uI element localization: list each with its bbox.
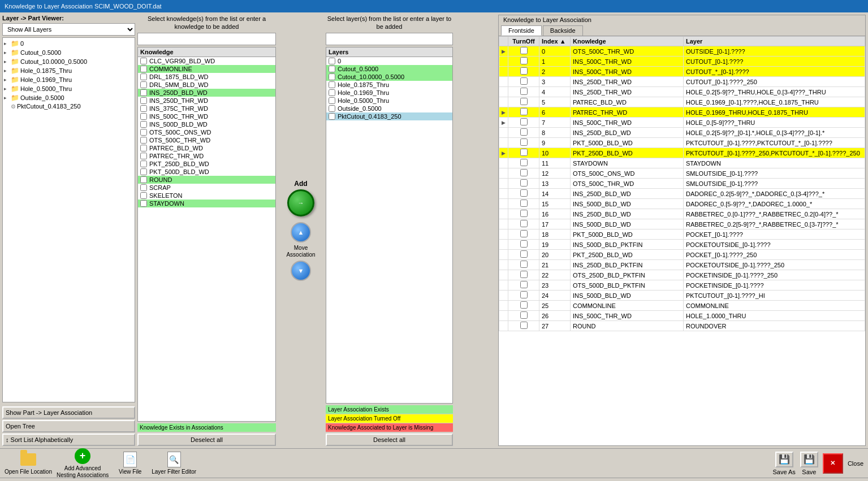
turnoff-checkbox[interactable]: [520, 128, 528, 136]
row-turnoff[interactable]: [508, 138, 539, 148]
list-item[interactable]: INS_500C_THR_WD: [138, 112, 275, 120]
item-checkbox[interactable]: [140, 81, 147, 88]
turnoff-checkbox[interactable]: [520, 57, 528, 64]
turnoff-checkbox[interactable]: [520, 291, 528, 298]
list-item[interactable]: INS_250D_THR_WD: [138, 97, 275, 105]
turnoff-checkbox[interactable]: [520, 261, 528, 268]
save-as-button[interactable]: 💾 Save As: [773, 452, 796, 475]
item-checkbox[interactable]: [140, 58, 147, 64]
row-turnoff[interactable]: [508, 107, 539, 118]
knowledge-deselect-button[interactable]: Deselect all: [137, 434, 276, 446]
move-down-button[interactable]: ▼: [291, 261, 311, 281]
turnoff-checkbox[interactable]: [520, 230, 528, 237]
open-tree-button[interactable]: Open Tree: [2, 420, 135, 432]
table-row[interactable]: ▶ 7 INS_500C_THR_WD HOLE_0.[5-9]???_THRU: [499, 118, 865, 128]
row-turnoff[interactable]: [508, 270, 539, 280]
tab-frontside[interactable]: Frontside: [501, 25, 542, 36]
turnoff-checkbox[interactable]: [520, 271, 528, 278]
list-item[interactable]: 0: [326, 57, 452, 65]
row-turnoff[interactable]: [508, 250, 539, 260]
item-checkbox[interactable]: [329, 105, 335, 112]
table-row[interactable]: 5 PATREC_BLD_WD HOLE_0.1969_[0-1].????,H…: [499, 97, 865, 107]
table-row[interactable]: ▶ 0 OTS_500C_THR_WD OUTSIDE_[0-1].????: [499, 46, 865, 57]
row-turnoff[interactable]: [508, 97, 539, 107]
item-checkbox[interactable]: [329, 58, 335, 64]
tree-item-outside05[interactable]: ▸ 📁 Outside_0.5000: [4, 93, 133, 102]
row-turnoff[interactable]: [508, 209, 539, 219]
row-turnoff[interactable]: [508, 219, 539, 229]
turnoff-checkbox[interactable]: [520, 159, 528, 166]
turnoff-checkbox[interactable]: [520, 281, 528, 288]
show-part-assoc-button[interactable]: Show Part -> Layer Association: [2, 406, 135, 419]
tab-backside[interactable]: Backside: [543, 25, 583, 36]
tree-item-hole01969[interactable]: ▸ 📁 Hole_0.1969_Thru: [4, 75, 133, 84]
table-row[interactable]: 15 INS_500D_BLD_WD DADOREC_0.[5-9]??_*,D…: [499, 199, 865, 209]
col-index[interactable]: Index ▲: [539, 37, 571, 46]
item-checkbox[interactable]: [140, 153, 147, 159]
table-row[interactable]: 12 OTS_500C_ONS_WD SMLOUTSIDE_[0-1].????: [499, 168, 865, 179]
row-turnoff[interactable]: [508, 67, 539, 77]
table-row[interactable]: 22 OTS_250D_BLD_PKTFIN POCKETINSIDE_[0-1…: [499, 270, 865, 280]
list-item[interactable]: Outside_0.5000: [326, 105, 452, 112]
item-checkbox[interactable]: [140, 145, 147, 151]
list-item[interactable]: Cutout_0.5000: [326, 65, 452, 73]
item-checkbox[interactable]: [329, 97, 335, 104]
item-checkbox[interactable]: [329, 73, 335, 80]
row-turnoff[interactable]: [508, 311, 539, 321]
item-checkbox[interactable]: [140, 129, 147, 136]
list-item[interactable]: Hole_0.1969_Thru: [326, 89, 452, 97]
item-checkbox[interactable]: [140, 176, 147, 183]
turnoff-checkbox[interactable]: [520, 240, 528, 248]
row-turnoff[interactable]: [508, 199, 539, 209]
turnoff-checkbox[interactable]: [520, 301, 528, 309]
turnoff-checkbox[interactable]: [520, 98, 528, 105]
item-checkbox[interactable]: [140, 89, 147, 96]
turnoff-checkbox[interactable]: [520, 77, 528, 85]
table-row[interactable]: 13 OTS_500C_THR_WD SMLOUTSIDE_[0-1].????: [499, 179, 865, 189]
tree-item-hole01875[interactable]: ▸ 📁 Hole_0.1875_Thru: [4, 66, 133, 75]
table-row[interactable]: 16 INS_250D_BLD_WD RABBETREC_0.[0-1]???_…: [499, 209, 865, 219]
turnoff-checkbox[interactable]: [520, 210, 528, 217]
table-row[interactable]: 8 INS_250D_BLD_WD HOLE_0.2[5-9]??_[0-1].…: [499, 128, 865, 138]
item-checkbox[interactable]: [140, 200, 147, 207]
open-location-button[interactable]: Open File Location: [5, 452, 52, 475]
item-checkbox[interactable]: [329, 113, 335, 120]
row-turnoff[interactable]: [508, 168, 539, 179]
item-checkbox[interactable]: [140, 97, 147, 104]
table-row[interactable]: 27 ROUND ROUNDOVER: [499, 321, 865, 331]
item-checkbox[interactable]: [140, 192, 147, 199]
row-turnoff[interactable]: [508, 291, 539, 301]
table-row[interactable]: 1 INS_500C_THR_WD CUTOUT_[0-1].????: [499, 57, 865, 67]
turnoff-checkbox[interactable]: [520, 179, 528, 187]
turnoff-checkbox[interactable]: [520, 189, 528, 197]
table-row[interactable]: ▶ 6 PATREC_THR_WD HOLE_0.1969_THRU,HOLE_…: [499, 107, 865, 118]
row-turnoff[interactable]: [508, 321, 539, 331]
tree-item-cutout05[interactable]: ▸ 📁 Cutout_0.5000: [4, 48, 133, 57]
item-checkbox[interactable]: [140, 137, 147, 144]
tree-item-hole05[interactable]: ▸ 📁 Hole_0.5000_Thru: [4, 84, 133, 93]
item-checkbox[interactable]: [140, 161, 147, 167]
list-item[interactable]: ROUND: [138, 176, 275, 184]
list-item[interactable]: Hole_0.5000_Thru: [326, 97, 452, 105]
tree-item-pktcutout[interactable]: ⚙ PktCutout_0.4183_250: [4, 102, 133, 110]
item-checkbox[interactable]: [140, 113, 147, 120]
table-row[interactable]: 23 OTS_500D_BLD_PKTFIN POCKETINSIDE_[0-1…: [499, 280, 865, 291]
row-turnoff[interactable]: [508, 77, 539, 87]
turnoff-checkbox[interactable]: [520, 200, 528, 207]
turnoff-checkbox[interactable]: [520, 220, 528, 227]
list-item[interactable]: STAYDOWN: [138, 200, 275, 207]
item-checkbox[interactable]: [140, 184, 147, 191]
item-checkbox[interactable]: [140, 168, 147, 175]
row-turnoff[interactable]: [508, 57, 539, 67]
list-item[interactable]: PKT_250D_BLD_WD: [138, 160, 275, 168]
item-checkbox[interactable]: [329, 81, 335, 88]
row-turnoff[interactable]: [508, 46, 539, 57]
turnoff-checkbox[interactable]: [520, 67, 528, 75]
tree-item-0[interactable]: ▸ 📁 0: [4, 39, 133, 48]
layer-dropdown[interactable]: Show All Layers: [2, 23, 135, 36]
list-item[interactable]: PktCutout_0.4183_250: [326, 112, 452, 120]
list-item[interactable]: SCRAP: [138, 184, 275, 192]
save-button[interactable]: 💾 Save: [800, 452, 818, 475]
tree-item-cutout105[interactable]: ▸ 📁 Cutout_10.0000_0.5000: [4, 57, 133, 66]
list-item[interactable]: Hole_0.1875_Thru: [326, 81, 452, 89]
